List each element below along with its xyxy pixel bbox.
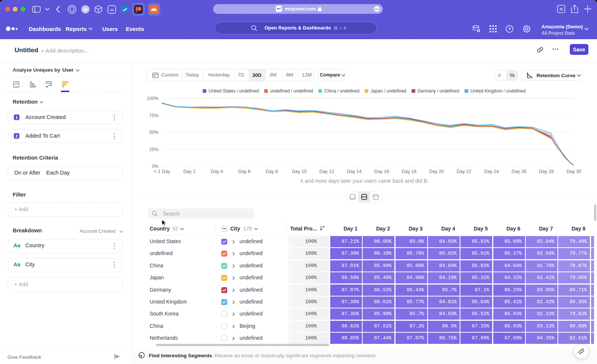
svg-text:50%: 50% [149, 130, 159, 135]
svg-text:Day 6: Day 6 [238, 169, 250, 174]
svg-text:75%: 75% [149, 113, 159, 118]
svg-text:Day 22: Day 22 [457, 169, 472, 174]
svg-text:Day 12: Day 12 [319, 169, 334, 174]
svg-text:0%: 0% [152, 164, 159, 169]
svg-text:Day 24: Day 24 [484, 169, 499, 174]
svg-text:Day 26: Day 26 [512, 169, 526, 174]
svg-text:< 1 Day: < 1 Day [154, 169, 170, 174]
svg-text:Day 28: Day 28 [539, 169, 554, 174]
svg-text:Day 16: Day 16 [374, 169, 389, 174]
svg-text:Day 30: Day 30 [566, 169, 581, 174]
svg-text:Day 20: Day 20 [429, 169, 444, 174]
svg-text:Day 8: Day 8 [266, 169, 278, 174]
svg-text:Day 18: Day 18 [402, 169, 417, 174]
svg-text:Day 14: Day 14 [347, 169, 362, 174]
svg-text:m: m [83, 7, 88, 12]
svg-text:100%: 100% [147, 96, 159, 101]
svg-text:?: ? [508, 27, 511, 31]
svg-text:JS: JS [110, 8, 114, 12]
svg-text:25%: 25% [149, 147, 159, 152]
svg-text:N: N [559, 6, 563, 12]
svg-text:Day 2: Day 2 [183, 169, 196, 174]
svg-text:Day 10: Day 10 [292, 169, 307, 174]
svg-text:Day 4: Day 4 [211, 169, 223, 174]
